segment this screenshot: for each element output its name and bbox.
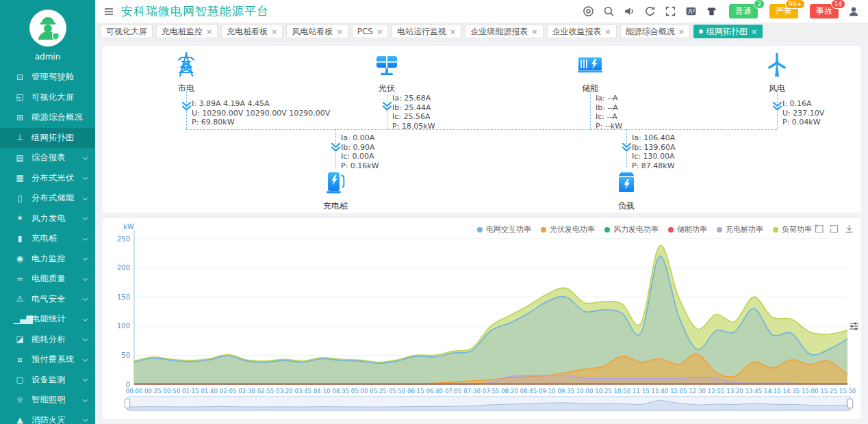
datazoom-left-handle[interactable]: [125, 399, 130, 408]
power-tower-icon: [173, 68, 200, 81]
topbar-actions: A²普通2严重99+事故14: [583, 4, 860, 18]
avatar[interactable]: [29, 10, 66, 47]
sidebar-item-可视化大屏[interactable]: ◱可视化大屏: [0, 88, 95, 108]
alarm-badge-普通[interactable]: 普通2: [729, 4, 758, 18]
theme-ring-icon[interactable]: [583, 5, 594, 17]
sidebar-item-充电桩[interactable]: ▮充电桩: [0, 228, 95, 249]
close-icon[interactable]: ×: [376, 27, 383, 36]
report-icon: ▤: [14, 153, 26, 163]
close-icon[interactable]: ×: [605, 27, 611, 36]
content: 市电I: 3.89A 4.19A 4.45AU: 10290.00V 10290…: [95, 40, 868, 424]
sidebar-item-能源综合概况[interactable]: ⊞能源综合概况: [0, 107, 95, 128]
load-icon: [613, 186, 640, 199]
topology-node-storage[interactable]: 储能: [552, 51, 628, 94]
tab-label: 电站运行监视: [397, 26, 446, 38]
chevron-down-icon: [82, 254, 88, 263]
refresh-icon[interactable]: [644, 5, 656, 17]
sidebar-item-分布式光伏[interactable]: ▦分布式光伏: [0, 168, 95, 189]
sidebar-item-智能照明[interactable]: ☼智能照明: [0, 390, 95, 410]
tab-label: 组网拓扑图: [706, 26, 748, 38]
wind-turbine-icon: [763, 68, 791, 81]
topology-node-charger[interactable]: 充电桩: [298, 169, 373, 212]
close-icon[interactable]: ×: [751, 27, 757, 36]
svg-text:250: 250: [117, 235, 130, 243]
tab-label: 充电桩监控: [162, 26, 203, 38]
power-chart[interactable]: 050100150200250kW00:0000:2500:5001:1501:…: [103, 218, 861, 419]
sidebar-item-分布式储能[interactable]: ▯分布式储能: [0, 188, 95, 209]
metric-line: U: 237.10V: [782, 109, 824, 118]
lighting-icon: ☼: [14, 395, 26, 405]
storage-icon: ▯: [14, 194, 26, 203]
sidebar-user-block: admin: [0, 0, 95, 67]
tab-label: 可视化大屏: [106, 26, 147, 38]
tab-充电桩监控[interactable]: 充电桩监控×: [156, 25, 218, 38]
tab-充电桩看板[interactable]: 充电桩看板×: [221, 25, 283, 38]
svg-text:10:25: 10:25: [595, 388, 612, 395]
close-icon[interactable]: ×: [531, 27, 537, 36]
fire-icon: ▲: [14, 415, 26, 424]
svg-text:15:25: 15:25: [820, 388, 837, 395]
svg-text:13:45: 13:45: [745, 388, 763, 395]
sound-icon[interactable]: [624, 5, 635, 17]
tab-风电站看板[interactable]: 风电站看板×: [286, 25, 348, 38]
alarm-badge-严重[interactable]: 严重99+: [769, 4, 798, 18]
sidebar-item-综合报表[interactable]: ▤综合报表: [0, 148, 95, 168]
tab-PCS[interactable]: PCS×: [352, 25, 388, 38]
svg-text:08:45: 08:45: [520, 388, 537, 395]
svg-text:04:10: 04:10: [314, 388, 331, 395]
alarm-badge-事故[interactable]: 事故14: [810, 4, 839, 18]
svg-text:200: 200: [117, 264, 130, 271]
alarm-count-badge: 2: [754, 0, 765, 9]
font-size-icon[interactable]: A²: [685, 5, 697, 17]
sidebar-item-设备监测[interactable]: ▢设备监测: [0, 370, 95, 390]
sidebar-item-组网拓扑图[interactable]: ⊥组网拓扑图: [0, 128, 95, 148]
tab-label: 企业级能源报表: [470, 26, 528, 38]
topology-node-wind[interactable]: 风电: [739, 51, 815, 94]
sidebar-item-风力发电[interactable]: ✶风力发电: [0, 209, 95, 229]
sidebar-item-电能统计[interactable]: ▁▄▇电能统计: [0, 309, 95, 330]
tab-企业收益报表[interactable]: 企业收益报表×: [547, 25, 617, 38]
close-icon[interactable]: ×: [678, 27, 685, 36]
datazoom-right-handle[interactable]: [847, 399, 853, 408]
topology-node-pv[interactable]: 光伏: [349, 51, 424, 94]
tab-可视化大屏[interactable]: 可视化大屏: [101, 25, 153, 38]
datazoom-slider[interactable]: [127, 396, 851, 411]
hamburger-icon[interactable]: [103, 6, 114, 17]
metric-line: Ia: 106.40A: [632, 133, 675, 143]
sidebar-item-电能质量[interactable]: ≈电能质量: [0, 269, 95, 289]
tab-能源综合概况[interactable]: 能源综合概况×: [620, 25, 690, 38]
close-icon[interactable]: ×: [206, 27, 212, 36]
svg-text:05:25: 05:25: [370, 388, 387, 395]
sidebar-item-预付费系统[interactable]: ¤预付费系统: [0, 349, 95, 370]
close-icon[interactable]: ×: [336, 27, 342, 36]
topology-metrics-grid: I: 3.89A 4.19A 4.45AU: 10290.00V 10290.0…: [192, 99, 330, 127]
sidebar-item-电力监控[interactable]: ◉电力监控: [0, 249, 95, 269]
adjust-icon[interactable]: [849, 321, 859, 334]
metric-line: Ic: 130.00A: [632, 152, 675, 161]
svg-text:01:15: 01:15: [182, 388, 199, 395]
chevron-down-icon: [82, 355, 88, 365]
search-icon[interactable]: [603, 5, 615, 17]
tab-企业级能源报表[interactable]: 企业级能源报表×: [465, 25, 543, 38]
topology-node-grid[interactable]: 市电: [149, 51, 224, 94]
engineer-avatar-icon: [29, 10, 66, 47]
sidebar-item-label: 能源综合概况: [31, 111, 88, 123]
tab-label: 充电桩看板: [227, 26, 268, 38]
tab-电站运行监视[interactable]: 电站运行监视×: [392, 25, 461, 38]
user-icon[interactable]: [847, 5, 860, 18]
fullscreen-icon[interactable]: [665, 5, 676, 17]
chevron-down-icon: [82, 153, 88, 163]
metric-line: Ia: 25.68A: [392, 94, 435, 103]
topology-node-load[interactable]: 负载: [589, 169, 664, 212]
metric-line: Ib: 0.90A: [341, 143, 379, 153]
sidebar-item-能耗分析[interactable]: ◪能耗分析: [0, 330, 95, 350]
sidebar-item-管理驾驶舱[interactable]: ⊡管理驾驶舱: [0, 67, 95, 88]
sidebar-item-消防火灾[interactable]: ▲消防火灾: [0, 410, 95, 424]
sidebar-item-label: 可视化大屏: [31, 92, 88, 103]
skin-icon[interactable]: [706, 5, 717, 17]
sidebar-item-电气安全[interactable]: ⚠电气安全: [0, 289, 95, 310]
svg-text:10:50: 10:50: [614, 388, 631, 395]
tab-组网拓扑图[interactable]: 组网拓扑图×: [693, 25, 763, 38]
close-icon[interactable]: ×: [450, 27, 456, 36]
close-icon[interactable]: ×: [271, 27, 277, 36]
